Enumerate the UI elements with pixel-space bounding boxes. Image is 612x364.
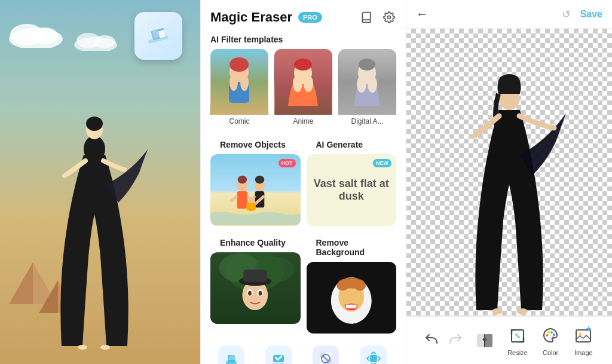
ai-generate-label: AI Generate	[307, 136, 397, 154]
undo-icon	[424, 332, 439, 346]
svg-rect-55	[243, 270, 267, 282]
enhance-quality-card[interactable]	[210, 252, 301, 324]
expand-tool-icon	[360, 345, 387, 364]
settings-icon-button[interactable]	[382, 10, 396, 25]
image-label: Image	[574, 349, 593, 356]
comic-svg	[210, 49, 268, 115]
svg-point-38	[238, 176, 247, 184]
ai-generate-placeholder: Vast salt flat at dusk	[313, 178, 391, 203]
compare-tool[interactable]	[474, 330, 495, 351]
app-icon	[134, 12, 182, 60]
remove-objects-tool-icon	[218, 345, 244, 364]
resize-icon-svg	[508, 326, 527, 345]
bottom-toolbar: RemoveObjects EnhanceQuality	[201, 342, 406, 364]
comic-label: Comic	[210, 115, 268, 128]
remove-objects-section: Remove Objects	[210, 136, 301, 226]
svg-point-79	[492, 308, 503, 314]
filter-card-comic[interactable]: Comic	[210, 49, 268, 128]
comic-thumbnail	[210, 49, 268, 115]
ai-filter-label: AI Filter templates	[201, 31, 406, 49]
anime-thumbnail	[274, 49, 332, 115]
cloud-2	[72, 30, 120, 51]
filter-templates-row: Comic	[201, 49, 406, 136]
image-tool[interactable]: Image	[573, 325, 594, 356]
digital-svg	[338, 49, 396, 115]
remove-bg-thumbnail	[307, 262, 397, 334]
svg-rect-48	[246, 203, 256, 210]
undo-button[interactable]: ↺	[562, 8, 571, 21]
save-button[interactable]: Save	[580, 9, 602, 20]
svg-point-33	[359, 59, 375, 71]
svg-marker-1	[9, 262, 33, 304]
svg-point-28	[294, 59, 312, 71]
resize-tool[interactable]: Resize	[507, 325, 528, 356]
svg-rect-77	[370, 355, 377, 362]
svg-rect-81	[477, 334, 484, 347]
filter-card-digital[interactable]: Digital A...	[338, 49, 396, 128]
color-icon	[540, 325, 561, 347]
svg-point-63	[336, 282, 348, 291]
svg-point-88	[547, 331, 550, 334]
middle-features-panel: Magic Eraser PRO AI Filter templates	[200, 0, 406, 364]
remove-background-label: Remove Background	[307, 234, 397, 262]
hot-badge: HOT	[279, 159, 296, 167]
svg-point-90	[553, 334, 555, 336]
svg-point-29	[293, 75, 302, 92]
color-tool[interactable]: Color	[540, 325, 561, 356]
svg-point-6	[32, 27, 58, 44]
remove-objects-card[interactable]: HOT	[210, 154, 301, 226]
svg-point-58	[248, 291, 252, 296]
svg-point-35	[368, 76, 377, 93]
svg-point-93	[579, 332, 582, 336]
color-label: Color	[543, 349, 558, 356]
enhance-thumbnail	[210, 252, 301, 324]
pro-badge[interactable]: PRO	[298, 12, 322, 23]
undo-redo-back[interactable]	[424, 332, 439, 349]
left-person-figure	[35, 77, 154, 364]
remove-objects-ai-generate-row: Remove Objects	[201, 136, 406, 234]
middle-header: Magic Eraser PRO	[201, 0, 406, 31]
remove-background-card[interactable]	[307, 262, 397, 334]
editor-header: ← ↺ Save	[406, 0, 612, 29]
svg-point-87	[546, 334, 549, 337]
ai-generate-card[interactable]: NEW Vast salt flat at dusk	[307, 154, 397, 226]
svg-point-19	[388, 16, 391, 19]
book-icon-button[interactable]	[359, 10, 374, 25]
svg-rect-82	[485, 334, 492, 347]
color-icon-svg	[541, 326, 560, 345]
remove-bg-svg	[307, 262, 397, 334]
svg-rect-66	[346, 305, 356, 308]
digital-thumbnail	[338, 49, 396, 115]
redo-icon	[448, 332, 463, 346]
svg-point-59	[259, 291, 262, 296]
svg-point-80	[517, 308, 528, 314]
left-photo-panel	[0, 0, 200, 364]
enhance-tool-icon	[265, 345, 292, 364]
anime-label: Anime	[274, 115, 332, 128]
filter-card-anime[interactable]: Anime	[274, 49, 332, 128]
svg-point-91	[552, 337, 555, 339]
svg-point-64	[354, 282, 365, 291]
undo-redo-forward[interactable]	[448, 332, 463, 349]
enhance-quality-label: Enhance Quality	[210, 234, 301, 252]
toolbar-remove-objects[interactable]: RemoveObjects	[213, 345, 249, 364]
editor-bottom-bar: Resize Color	[406, 316, 612, 364]
svg-rect-39	[237, 191, 247, 209]
back-button[interactable]: ←	[416, 7, 428, 21]
enhance-svg	[210, 252, 301, 324]
toolbar-enhance-quality[interactable]: EnhanceQuality	[261, 345, 296, 364]
app-title: Magic Eraser	[210, 10, 292, 25]
book-icon	[360, 11, 372, 23]
editor-person-figure	[443, 47, 575, 316]
svg-point-24	[230, 74, 238, 91]
right-editor-panel: ← ↺ Save	[406, 0, 612, 364]
toolbar-expand-image[interactable]: Expand Image	[354, 345, 393, 364]
svg-point-22	[230, 57, 249, 72]
expand-icon	[365, 350, 382, 364]
remove-background-section: Remove Background	[307, 234, 397, 334]
resize-icon	[507, 325, 528, 347]
svg-point-14	[100, 345, 110, 350]
toolbar-remove-background[interactable]: RemoveBackground	[308, 345, 344, 364]
svg-point-12	[86, 117, 103, 131]
svg-point-13	[78, 345, 87, 350]
